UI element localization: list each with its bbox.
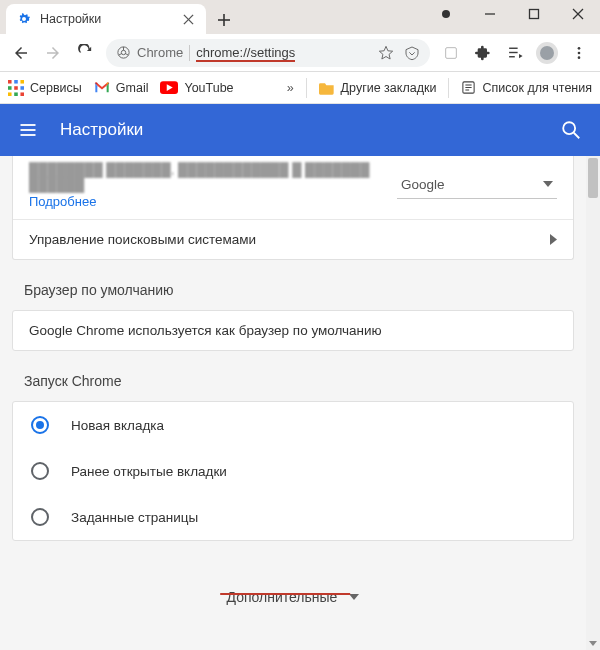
startup-specific-label: Заданные страницы [71, 510, 198, 525]
svg-rect-14 [446, 47, 457, 58]
svg-point-38 [563, 122, 575, 134]
extension-icon[interactable] [436, 38, 466, 68]
maximize-button[interactable] [512, 0, 556, 28]
tab-settings[interactable]: Настройки [6, 4, 206, 34]
account-dot-icon [424, 0, 468, 28]
svg-point-20 [578, 56, 581, 59]
default-browser-title: Браузер по умолчанию [0, 260, 586, 310]
bookmark-youtube-label: YouTube [184, 81, 233, 95]
chevron-down-icon [349, 594, 359, 600]
svg-line-39 [574, 133, 580, 139]
pocket-icon[interactable] [404, 45, 420, 61]
svg-rect-22 [14, 80, 18, 84]
chevron-right-icon [550, 234, 557, 245]
bookmark-gmail-label: Gmail [116, 81, 149, 95]
radio-icon [31, 508, 49, 526]
svg-point-18 [578, 47, 581, 50]
other-bookmarks-button[interactable]: Другие закладки [319, 81, 437, 95]
playlist-icon[interactable] [500, 38, 530, 68]
close-tab-button[interactable] [180, 11, 196, 27]
svg-rect-27 [8, 92, 12, 96]
search-engine-row: ████████ ███████, ████████████ █ ███████… [13, 156, 573, 220]
learn-more-link[interactable]: Подробнее [29, 194, 397, 209]
menu-icon[interactable] [18, 120, 38, 140]
reload-button[interactable] [70, 38, 100, 68]
other-bookmarks-label: Другие закладки [341, 81, 437, 95]
bookmarks-services-label: Сервисы [30, 81, 82, 95]
svg-rect-26 [20, 86, 24, 90]
startup-option-previous[interactable]: Ранее открытые вкладки [13, 448, 573, 494]
forward-button[interactable] [38, 38, 68, 68]
manage-search-engines-label: Управление поисковыми системами [29, 232, 256, 247]
svg-rect-21 [8, 80, 12, 84]
startup-new-tab-label: Новая вкладка [71, 418, 164, 433]
bookmarks-overflow-button[interactable]: » [287, 81, 294, 95]
search-engine-dropdown[interactable]: Google [397, 173, 557, 199]
svg-rect-23 [20, 80, 24, 84]
apps-button[interactable]: Сервисы [8, 80, 82, 96]
scroll-thumb[interactable] [588, 158, 598, 198]
startup-title: Запуск Chrome [0, 351, 586, 401]
svg-rect-29 [20, 92, 24, 96]
close-window-button[interactable] [556, 0, 600, 28]
page-title: Настройки [60, 120, 560, 140]
bookmark-gmail[interactable]: Gmail [94, 81, 149, 95]
startup-previous-label: Ранее открытые вкладки [71, 464, 227, 479]
new-tab-button[interactable] [210, 6, 238, 34]
search-icon[interactable] [560, 119, 582, 141]
advanced-button[interactable]: Дополнительные [0, 561, 586, 613]
reading-list-label: Список для чтения [482, 81, 592, 95]
menu-button[interactable] [564, 38, 594, 68]
chrome-origin-icon [116, 45, 131, 60]
svg-rect-24 [8, 86, 12, 90]
address-bar[interactable]: Chrome chrome://settings [106, 39, 430, 67]
reading-list-button[interactable]: Список для чтения [461, 80, 592, 95]
svg-rect-28 [14, 92, 18, 96]
svg-rect-25 [14, 86, 18, 90]
svg-point-19 [578, 51, 581, 54]
profile-button[interactable] [532, 38, 562, 68]
bookmarks-bar: Сервисы Gmail YouTube » Другие закладки … [0, 72, 600, 104]
extensions-button[interactable] [468, 38, 498, 68]
advanced-label: Дополнительные [227, 589, 338, 605]
separator [448, 78, 449, 98]
search-engine-selected: Google [401, 177, 445, 192]
back-button[interactable] [6, 38, 36, 68]
startup-option-new-tab[interactable]: Новая вкладка [13, 402, 573, 448]
origin-label: Chrome [137, 45, 183, 60]
search-engine-description: ████████ ███████, ████████████ █ ███████… [29, 162, 397, 192]
svg-line-13 [125, 53, 128, 55]
scrollbar[interactable] [586, 156, 600, 650]
default-browser-status-text: Google Chrome используется как браузер п… [29, 323, 382, 338]
gear-icon [16, 11, 32, 27]
annotation-underline [220, 593, 350, 595]
star-icon[interactable] [378, 45, 394, 61]
tab-title: Настройки [40, 12, 180, 26]
minimize-button[interactable] [468, 0, 512, 28]
svg-rect-2 [530, 10, 539, 19]
svg-line-12 [119, 53, 122, 55]
svg-point-0 [442, 10, 450, 18]
svg-point-10 [121, 50, 125, 54]
radio-icon [31, 416, 49, 434]
toolbar: Chrome chrome://settings [0, 34, 600, 72]
settings-header: Настройки [0, 104, 600, 156]
default-browser-status: Google Chrome используется как браузер п… [13, 311, 573, 350]
manage-search-engines-row[interactable]: Управление поисковыми системами [13, 220, 573, 259]
radio-icon [31, 462, 49, 480]
startup-option-specific[interactable]: Заданные страницы [13, 494, 573, 540]
separator [306, 78, 307, 98]
chevron-down-icon [543, 181, 553, 187]
url-text: chrome://settings [196, 45, 295, 60]
separator [189, 45, 190, 61]
bookmark-youtube[interactable]: YouTube [160, 81, 233, 95]
content-area: ████████ ███████, ████████████ █ ███████… [0, 156, 600, 650]
